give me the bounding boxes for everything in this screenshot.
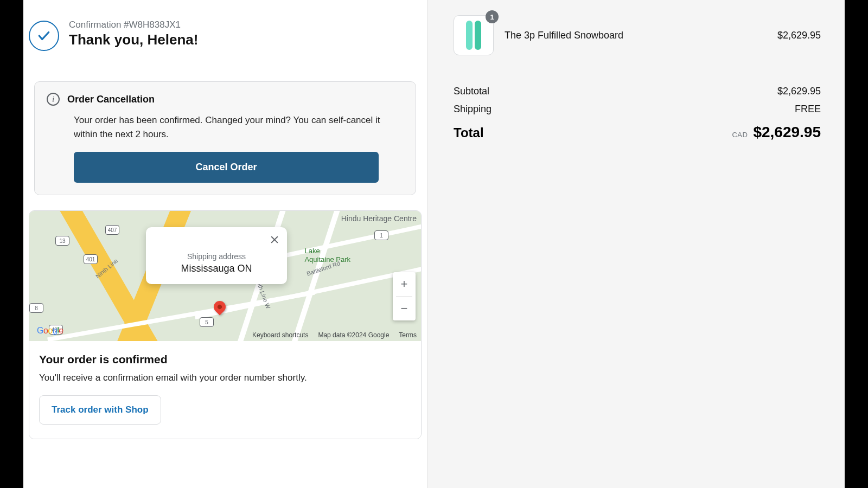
confirmation-number: Confirmation #W8H838JX1 — [69, 20, 198, 30]
order-cancellation-panel: i Order Cancellation Your order has been… — [34, 81, 416, 195]
popup-city: Mississauga ON — [156, 263, 277, 274]
cancellation-body: Your order has been confirmed. Changed y… — [74, 113, 404, 141]
subtotal-row: Subtotal $2,629.95 — [454, 86, 821, 97]
shipping-value: FREE — [795, 104, 821, 115]
zoom-in-button[interactable]: + — [393, 272, 416, 296]
poi-park: Lake Aquitaine Park — [304, 247, 350, 264]
order-confirmed-text: You'll receive a confirmation email with… — [39, 373, 411, 383]
order-confirmation-main: Confirmation #W8H838JX1 Thank you, Helen… — [23, 0, 427, 488]
map-data-label: Map data ©2024 Google — [318, 331, 389, 339]
order-summary-sidebar: 1 The 3p Fulfilled Snowboard $2,629.95 S… — [427, 0, 845, 488]
keyboard-shortcuts-link[interactable]: Keyboard shortcuts — [252, 331, 308, 339]
total-amount: $2,629.95 — [753, 124, 821, 141]
thank-you-heading: Thank you, Helena! — [69, 31, 198, 48]
shipping-address-popup: Shipping address Mississauga ON — [146, 227, 287, 284]
route-shield-8: 8 — [29, 303, 43, 313]
confirmation-header: Confirmation #W8H838JX1 Thank you, Helen… — [29, 20, 422, 51]
cancel-order-button[interactable]: Cancel Order — [74, 152, 379, 183]
total-label: Total — [454, 125, 484, 140]
route-shield-13: 13 — [55, 236, 69, 246]
close-icon[interactable] — [267, 233, 282, 247]
quantity-badge: 1 — [486, 10, 499, 23]
shipping-label: Shipping — [454, 104, 492, 115]
info-icon: i — [47, 93, 60, 106]
subtotal-label: Subtotal — [454, 86, 489, 97]
subtotal-value: $2,629.95 — [777, 86, 821, 97]
poi-hindu-heritage: Hindu Heritage Centre — [341, 214, 417, 223]
line-item: 1 The 3p Fulfilled Snowboard $2,629.95 — [454, 15, 821, 55]
popup-label: Shipping address — [156, 252, 277, 261]
shipping-row: Shipping FREE — [454, 104, 821, 115]
total-row: Total CAD $2,629.95 — [454, 124, 821, 141]
map-attribution: Keyboard shortcuts Map data ©2024 Google… — [252, 331, 417, 339]
product-price: $2,629.95 — [777, 30, 821, 41]
shipping-map-card: Ninth Line Tenth Line W Battleford Rd La… — [29, 210, 422, 439]
route-shield-407: 407 — [105, 225, 119, 235]
order-confirmed-title: Your order is confirmed — [39, 353, 411, 366]
checkmark-icon — [29, 21, 59, 51]
route-shield-5: 5 — [200, 317, 214, 327]
product-thumbnail: 1 — [454, 15, 494, 55]
order-confirmed-section: Your order is confirmed You'll receive a… — [29, 341, 421, 439]
zoom-out-button[interactable]: − — [393, 297, 416, 320]
map-canvas[interactable]: Ninth Line Tenth Line W Battleford Rd La… — [29, 211, 421, 341]
route-shield-1: 1 — [374, 230, 388, 240]
cancellation-title: Order Cancellation — [67, 94, 155, 105]
map-zoom-control: + − — [393, 272, 416, 320]
route-shield-401a: 401 — [84, 254, 98, 264]
track-order-button[interactable]: Track order with Shop — [39, 395, 161, 425]
google-logo: Google — [37, 326, 63, 336]
product-name: The 3p Fulfilled Snowboard — [505, 30, 767, 41]
total-currency: CAD — [732, 131, 748, 139]
terms-link[interactable]: Terms — [399, 331, 417, 339]
